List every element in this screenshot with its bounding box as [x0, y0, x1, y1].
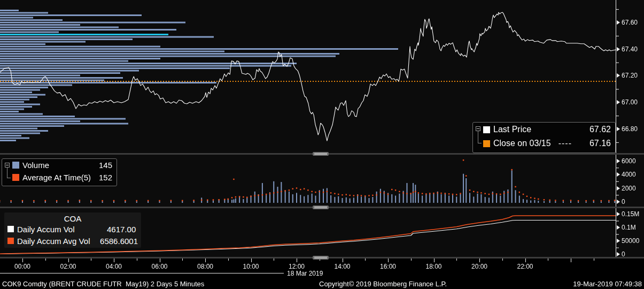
daily-accum-avg-vol-swatch-icon — [7, 238, 14, 244]
volume-value: 145 — [99, 161, 112, 170]
axis-arrow-tick-icon — [617, 47, 620, 51]
time-tick-label: 04:00 — [102, 263, 126, 270]
status-copyright: Copyright© 2019 Bloomberg Finance L.P. — [319, 280, 447, 288]
legend-row-daily-accum-avg-vol[interactable]: Daily Accum Avg Vol 6586.6001 — [4, 235, 141, 247]
tree-expand-icon[interactable] — [475, 123, 482, 136]
time-tick-label: 18:00 — [422, 263, 446, 270]
axis-arrow-tick-icon — [617, 73, 620, 78]
volume-tick-label: 2000 — [622, 185, 636, 192]
legend-row-daily-accum-vol[interactable]: Daily Accum Vol 4617.00 — [4, 223, 141, 235]
avg-at-time-value: 152 — [99, 173, 112, 182]
close-swatch-icon — [483, 140, 490, 147]
axis-arrow-tick-icon — [617, 252, 620, 256]
accum-tick-label: 0.15M — [622, 210, 639, 218]
time-tick-label: 16:00 — [376, 263, 400, 270]
price-tick-label: 66.80 — [622, 125, 638, 133]
axis-arrow-tick-icon — [617, 20, 620, 25]
tree-expand-icon[interactable] — [4, 159, 11, 171]
close-value: 67.16 — [589, 139, 611, 148]
time-tick-label: 22:00 — [514, 263, 537, 270]
divider-grip-icon[interactable] — [313, 256, 329, 260]
avg-at-time-label: Average At Time(5) — [22, 173, 91, 182]
date-label: 18 Mar 2019 — [287, 270, 323, 277]
axis-arrow-tick-icon — [617, 200, 620, 204]
avg-at-time-swatch-icon — [12, 174, 19, 181]
accum-tick-label: 50000 — [622, 237, 639, 245]
daily-accum-vol-value: 4617.00 — [107, 225, 136, 234]
bloomberg-chart-window: Last Price 67.62 Close on 03/15 ---- 67.… — [0, 0, 644, 289]
volume-label: Volume — [22, 161, 49, 170]
divider-grip-icon[interactable] — [313, 152, 329, 156]
date-bracket-line — [0, 273, 284, 273]
price-tick-label: 67.60 — [622, 19, 638, 26]
legend-row-last-price[interactable]: Last Price 67.62 — [473, 123, 615, 136]
coa-title: COA — [4, 212, 141, 223]
time-tick-label: 10:00 — [239, 263, 263, 270]
price-tick-label: 67.20 — [622, 72, 638, 79]
time-tick-label: 00:00 — [11, 263, 34, 270]
axis-arrow-tick-icon — [617, 127, 620, 131]
accum-tick-label: 0.1M — [622, 224, 636, 231]
legend-row-volume[interactable]: Volume 145 — [2, 159, 117, 171]
price-legend-box[interactable]: Last Price 67.62 Close on 03/15 ---- 67.… — [472, 122, 616, 153]
axis-arrow-tick-icon — [617, 172, 620, 177]
accum-tick-label: 0 — [622, 250, 625, 258]
last-price-swatch-icon — [483, 126, 490, 133]
time-tick-label: 20:00 — [468, 263, 491, 270]
panel-divider-1[interactable] — [0, 153, 644, 155]
status-bar: COK9 Comdty (BRENT CRUDE FUTR May19) 2 D… — [0, 278, 644, 289]
close-label: Close on 03/15 — [493, 139, 551, 148]
axis-arrow-tick-icon — [617, 100, 620, 104]
tree-elbow-icon — [475, 136, 482, 150]
daily-accum-vol-label: Daily Accum Vol — [17, 225, 107, 234]
axis-arrow-tick-icon — [617, 186, 620, 191]
time-tick-label: 08:00 — [193, 263, 217, 270]
volume-swatch-icon — [12, 162, 19, 169]
panel-divider-2[interactable] — [0, 207, 644, 208]
daily-accum-avg-vol-value: 6586.6001 — [100, 237, 138, 246]
daily-accum-avg-vol-label: Daily Accum Avg Vol — [17, 237, 100, 246]
volume-tick-label: 6000 — [622, 157, 636, 165]
daily-accum-vol-swatch-icon — [7, 226, 14, 232]
price-tick-label: 67.00 — [622, 98, 638, 106]
axis-arrow-tick-icon — [617, 239, 620, 243]
time-tick-label: 02:00 — [57, 263, 80, 270]
volume-legend-box[interactable]: Volume 145 Average At Time(5) 152 — [2, 158, 117, 186]
volume-tick-label: 4000 — [622, 171, 636, 178]
axis-arrow-tick-icon — [617, 159, 620, 163]
status-security-description: COK9 Comdty (BRENT CRUDE FUTR May19) 2 D… — [2, 280, 204, 288]
panel-divider-3[interactable] — [0, 257, 644, 258]
divider-grip-icon[interactable] — [313, 206, 329, 209]
legend-row-avg-at-time[interactable]: Average At Time(5) 152 — [2, 171, 117, 184]
time-tick-label: 14:00 — [331, 263, 354, 270]
last-price-label: Last Price — [493, 125, 531, 134]
status-timestamp: 19-Mar-2019 07:49:38 — [573, 280, 642, 288]
price-tick-label: 67.40 — [622, 45, 638, 53]
axis-arrow-tick-icon — [617, 212, 620, 216]
time-tick-label: 12:00 — [285, 263, 308, 270]
tree-elbow-icon — [4, 171, 11, 184]
last-price-value: 67.62 — [589, 125, 611, 134]
time-tick-label: 06:00 — [148, 263, 172, 270]
legend-row-close[interactable]: Close on 03/15 ---- 67.16 — [473, 136, 615, 150]
volume-tick-label: 0 — [622, 198, 625, 206]
coa-legend-box[interactable]: COA Daily Accum Vol 4617.00 Daily Accum … — [4, 212, 141, 248]
close-dashes: ---- — [558, 139, 572, 148]
axis-arrow-tick-icon — [617, 225, 620, 230]
